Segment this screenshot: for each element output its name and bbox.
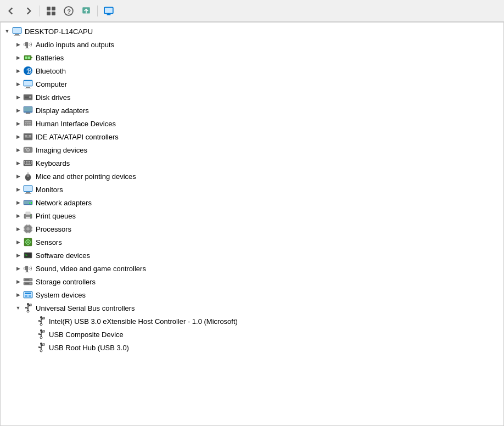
svg-rect-31 — [25, 97, 29, 98]
network-label: Network adapters — [36, 199, 501, 207]
mice-node[interactable]: Mice and other pointing devices — [1, 170, 503, 183]
monitors-node[interactable]: Monitors — [1, 183, 503, 196]
storage-node[interactable]: Storage controllers — [1, 275, 503, 288]
svg-rect-46 — [25, 135, 27, 137]
root-node[interactable]: DESKTOP-L14CAPU — [1, 25, 503, 38]
svg-rect-113 — [25, 279, 29, 281]
svg-point-112 — [30, 283, 31, 284]
svg-text:>_: >_ — [25, 253, 30, 257]
back-button[interactable] — [3, 3, 19, 19]
software-icon: >_ — [23, 250, 33, 261]
processors-chevron[interactable] — [14, 225, 23, 233]
batteries-chevron[interactable] — [14, 53, 23, 62]
usb-composite-node[interactable]: USB Composite Device — [1, 328, 503, 341]
storage-chevron[interactable] — [14, 277, 23, 286]
toolbar: ? — [0, 0, 504, 22]
root-chevron[interactable] — [3, 27, 12, 36]
svg-rect-75 — [31, 202, 32, 204]
computer-label: Computer — [36, 80, 501, 88]
svg-rect-59 — [24, 162, 25, 164]
sensors-chevron[interactable] — [14, 238, 23, 246]
update-button[interactable] — [79, 3, 94, 19]
keyboards-node[interactable]: Keyboards — [1, 156, 503, 170]
root-icon — [12, 26, 23, 37]
ide-node[interactable]: IDE ATA/ATAPI controllers — [1, 130, 503, 143]
display-chevron[interactable] — [14, 106, 23, 115]
system-icon — [23, 289, 33, 300]
svg-rect-63 — [31, 162, 32, 164]
hid-chevron[interactable] — [14, 119, 23, 128]
display-node[interactable]: Display adapters — [1, 104, 503, 117]
mice-chevron[interactable] — [14, 172, 23, 181]
computer-node[interactable]: Computer — [1, 77, 503, 91]
software-node[interactable]: >_ Software devices — [1, 249, 503, 262]
svg-rect-52 — [25, 148, 26, 149]
disk-node[interactable]: Disk drives — [1, 91, 503, 104]
svg-rect-64 — [25, 164, 31, 165]
bluetooth-node[interactable]: ℬ Bluetooth — [1, 64, 503, 77]
software-chevron[interactable] — [14, 251, 23, 260]
usb-node[interactable]: Universal Serial Bus controllers — [1, 301, 503, 315]
disk-label: Disk drives — [36, 93, 501, 102]
sensors-node[interactable]: Sensors — [1, 236, 503, 249]
system-node[interactable]: System devices — [1, 288, 503, 301]
print-icon — [23, 210, 33, 221]
network-chevron[interactable] — [14, 198, 23, 207]
monitors-chevron[interactable] — [14, 185, 23, 194]
svg-rect-56 — [27, 161, 29, 162]
usb-intel-label: Intel(R) USB 3.0 eXtensible Host Control… — [49, 317, 501, 326]
svg-rect-17 — [25, 48, 29, 48]
disk-chevron[interactable] — [14, 93, 23, 102]
sound-chevron[interactable] — [14, 264, 23, 273]
svg-rect-83 — [26, 227, 30, 231]
ide-icon — [23, 131, 33, 142]
imaging-node[interactable]: Imaging devices — [1, 143, 503, 156]
imaging-chevron[interactable] — [14, 145, 23, 154]
usb-root-icon — [36, 342, 47, 353]
print-node[interactable]: Print queues — [1, 209, 503, 222]
batteries-node[interactable]: Batteries — [1, 51, 503, 64]
properties-button[interactable] — [43, 3, 59, 19]
usb-chevron[interactable] — [14, 304, 23, 312]
bluetooth-chevron[interactable] — [14, 66, 23, 75]
svg-text:ℬ: ℬ — [26, 68, 32, 75]
forward-button[interactable] — [21, 3, 36, 19]
usb-icon — [23, 302, 33, 313]
print-chevron[interactable] — [14, 211, 23, 220]
ide-chevron[interactable] — [14, 132, 23, 141]
audio-chevron[interactable] — [14, 40, 23, 49]
svg-rect-130 — [43, 317, 44, 319]
audio-label: Audio inputs and outputs — [36, 41, 501, 49]
mice-label: Mice and other pointing devices — [36, 172, 501, 181]
help-button[interactable]: ? — [61, 3, 76, 19]
keyboards-chevron[interactable] — [14, 159, 23, 167]
usb-root-node[interactable]: USB Root Hub (USB 3.0) — [1, 341, 503, 354]
svg-rect-19 — [31, 57, 32, 58]
usb-intel-node[interactable]: Intel(R) USB 3.0 eXtensible Host Control… — [1, 315, 503, 328]
svg-rect-41 — [25, 125, 26, 126]
keyboards-icon — [23, 158, 33, 169]
network-node[interactable]: Network adapters — [1, 196, 503, 209]
separator-2 — [97, 5, 98, 16]
svg-rect-0 — [47, 7, 51, 10]
svg-rect-79 — [26, 217, 30, 219]
disk-icon — [23, 92, 33, 103]
batteries-icon — [23, 52, 33, 63]
software-label: Software devices — [36, 251, 501, 260]
monitors-icon — [23, 184, 33, 195]
svg-text:?: ? — [67, 8, 71, 14]
svg-rect-58 — [31, 161, 32, 162]
audio-node[interactable]: Audio inputs and outputs — [1, 38, 503, 51]
hid-node[interactable]: Human Interface Devices — [1, 117, 503, 130]
svg-rect-74 — [24, 201, 32, 204]
system-chevron[interactable] — [14, 290, 23, 299]
computer-view-button[interactable] — [101, 3, 116, 19]
svg-rect-13 — [15, 34, 19, 35]
svg-rect-114 — [25, 283, 29, 284]
device-manager-tree: DESKTOP-L14CAPU Audio inputs and outputs — [0, 22, 504, 426]
svg-rect-62 — [29, 162, 30, 164]
computer-chevron[interactable] — [14, 80, 23, 88]
processors-node[interactable]: Processors — [1, 222, 503, 236]
svg-rect-16 — [26, 46, 28, 48]
sound-node[interactable]: Sound, video and game controllers — [1, 262, 503, 275]
